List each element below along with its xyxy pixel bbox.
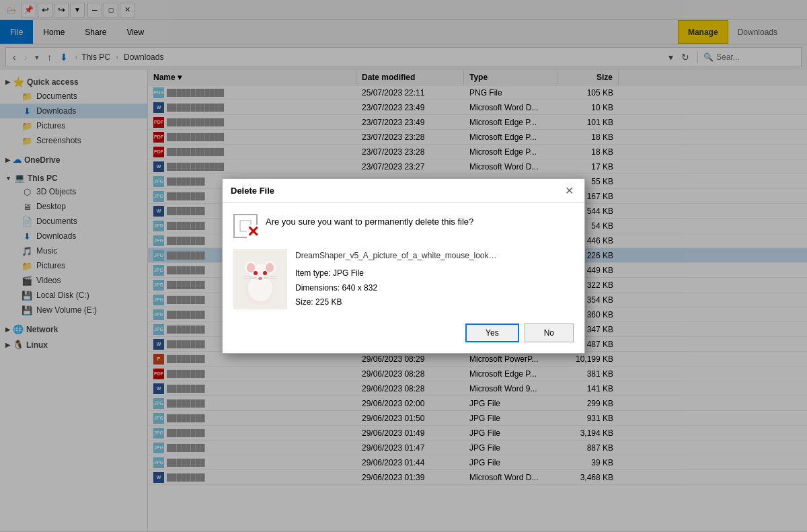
no-button[interactable]: No (525, 324, 574, 342)
dialog-size: Size: 225 KB (295, 295, 497, 310)
svg-point-10 (258, 277, 262, 280)
dialog-close-button[interactable]: ✕ (562, 184, 576, 197)
dialog-dimensions: Dimensions: 640 x 832 (295, 281, 497, 296)
warning-icon: ✕ (233, 214, 258, 238)
svg-point-9 (263, 271, 267, 275)
dialog-thumbnail (233, 249, 287, 309)
svg-point-5 (247, 263, 255, 272)
dialog-title: Delete File (231, 186, 274, 196)
dialog-body: ✕ Are you sure you want to permanently d… (223, 203, 584, 352)
dialog-top: ✕ Are you sure you want to permanently d… (233, 214, 574, 238)
dialog-titlebar: Delete File ✕ (223, 179, 584, 203)
dialog-file-details: DreamShaper_v5_A_picture_of_a_white_mous… (295, 249, 497, 309)
delete-x-icon: ✕ (247, 225, 259, 239)
dialog-buttons: Yes No (233, 324, 574, 342)
dialog-filename: DreamShaper_v5_A_picture_of_a_white_mous… (295, 249, 497, 264)
dialog-question: Are you sure you want to permanently del… (266, 214, 473, 227)
delete-dialog: Delete File ✕ ✕ Are you sure you want to… (222, 178, 585, 353)
dialog-item-type: Item type: JPG File (295, 266, 497, 281)
svg-point-7 (266, 263, 274, 272)
yes-button[interactable]: Yes (465, 324, 519, 342)
dialog-file-info: DreamShaper_v5_A_picture_of_a_white_mous… (233, 249, 574, 309)
dialog-overlay: Delete File ✕ ✕ Are you sure you want to… (0, 0, 807, 532)
svg-point-8 (254, 271, 258, 275)
